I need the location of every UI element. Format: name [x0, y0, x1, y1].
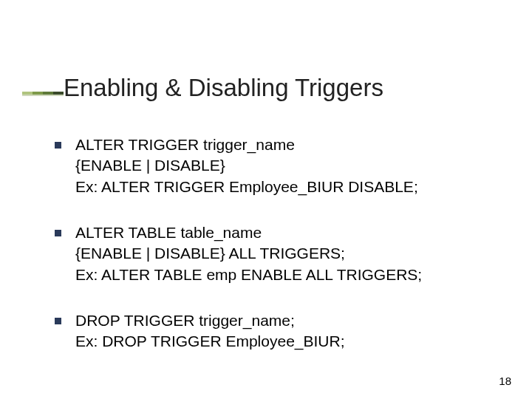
- list-item: ALTER TABLE table_name {ENABLE | DISABLE…: [55, 222, 488, 285]
- slide: Enabling & Disabling Triggers ALTER TRIG…: [0, 0, 532, 399]
- list-item: DROP TRIGGER trigger_name; Ex: DROP TRIG…: [55, 310, 488, 352]
- bullet-line: ALTER TRIGGER trigger_name: [75, 134, 488, 155]
- bullet-line: Ex: DROP TRIGGER Employee_BIUR;: [75, 331, 488, 352]
- bullet-line: {ENABLE | DISABLE} ALL TRIGGERS;: [75, 243, 488, 264]
- bullet-line: DROP TRIGGER trigger_name;: [75, 310, 488, 331]
- bullet-list: ALTER TRIGGER trigger_name {ENABLE | DIS…: [55, 134, 488, 378]
- slide-title: Enabling & Disabling Triggers: [64, 74, 488, 102]
- list-item: ALTER TRIGGER trigger_name {ENABLE | DIS…: [55, 134, 488, 197]
- bullet-line: {ENABLE | DISABLE}: [75, 155, 488, 176]
- bullet-line: Ex: ALTER TABLE emp ENABLE ALL TRIGGERS;: [75, 265, 488, 285]
- bullet-line: Ex: ALTER TRIGGER Employee_BIUR DISABLE;: [75, 177, 488, 197]
- title-accent-underline: [22, 95, 64, 96]
- page-number: 18: [499, 375, 511, 387]
- bullet-line: ALTER TABLE table_name: [75, 222, 488, 243]
- title-area: Enabling & Disabling Triggers: [22, 74, 488, 102]
